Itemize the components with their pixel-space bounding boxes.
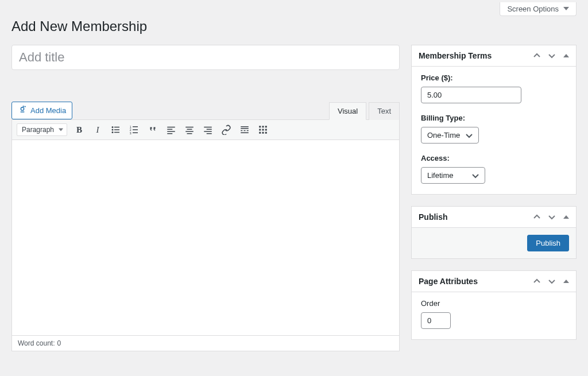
svg-point-2 (112, 129, 114, 131)
svg-rect-28 (247, 130, 249, 131)
toggle-panel-icon[interactable] (563, 215, 569, 219)
link-button[interactable] (220, 123, 233, 136)
svg-rect-21 (207, 129, 212, 130)
price-input[interactable] (421, 87, 521, 103)
blockquote-button[interactable] (146, 123, 159, 136)
word-count-label: Word count: (18, 339, 55, 347)
svg-rect-23 (207, 133, 212, 134)
move-up-icon[interactable] (533, 214, 540, 220)
access-label: Access: (421, 154, 567, 162)
svg-rect-1 (114, 127, 119, 128)
svg-rect-14 (167, 131, 175, 132)
order-label: Order (421, 299, 567, 308)
chevron-down-icon (472, 172, 479, 179)
svg-text:3: 3 (130, 131, 131, 135)
svg-rect-20 (204, 127, 212, 128)
page-attributes-title: Page Attributes (419, 277, 478, 286)
add-media-button[interactable]: Add Media (11, 102, 72, 119)
publish-box-title: Publish (419, 212, 448, 222)
svg-rect-9 (133, 129, 138, 130)
svg-rect-35 (265, 129, 267, 131)
format-select-label: Paragraph (22, 126, 54, 134)
publish-button[interactable]: Publish (527, 235, 569, 251)
toggle-panel-icon[interactable] (563, 280, 569, 283)
svg-rect-3 (114, 129, 119, 130)
billing-type-select[interactable]: One-Time (421, 127, 479, 144)
svg-rect-16 (185, 127, 194, 128)
svg-rect-27 (244, 130, 246, 131)
move-up-icon[interactable] (533, 278, 540, 285)
align-center-button[interactable] (183, 123, 196, 136)
screen-options-button[interactable]: Screen Options (500, 2, 577, 16)
access-select[interactable]: Lifetime (421, 167, 485, 184)
svg-rect-30 (259, 126, 261, 127)
bullet-list-button[interactable] (110, 123, 122, 136)
svg-rect-12 (167, 127, 175, 128)
svg-rect-25 (241, 128, 249, 129)
order-input[interactable] (421, 312, 451, 329)
svg-rect-24 (241, 126, 249, 127)
page-attributes-box: Page Attributes Order (411, 270, 577, 340)
svg-rect-15 (167, 133, 172, 134)
svg-point-0 (112, 126, 114, 128)
page-title: Add New Membership (11, 18, 577, 34)
svg-rect-36 (259, 132, 261, 134)
svg-rect-31 (262, 126, 264, 127)
publish-box: Publish Publish (411, 206, 577, 259)
title-input[interactable] (11, 45, 400, 70)
media-icon (18, 105, 27, 116)
publish-button-label: Publish (536, 239, 560, 247)
svg-rect-26 (241, 130, 242, 131)
align-left-button[interactable] (165, 123, 177, 136)
toggle-panel-icon[interactable] (563, 54, 569, 57)
screen-options-label: Screen Options (507, 5, 559, 13)
svg-rect-19 (187, 133, 192, 134)
svg-rect-33 (259, 129, 261, 131)
membership-terms-box: Membership Terms Price ($): Billing Type… (411, 45, 577, 195)
svg-rect-7 (133, 126, 138, 127)
bold-button[interactable]: B (73, 123, 86, 136)
format-select[interactable]: Paragraph (17, 123, 67, 136)
move-down-icon[interactable] (548, 278, 555, 285)
chevron-down-icon (563, 5, 569, 13)
svg-rect-29 (241, 133, 249, 134)
tab-text[interactable]: Text (369, 102, 400, 120)
read-more-button[interactable] (238, 123, 251, 136)
svg-rect-17 (187, 129, 192, 130)
svg-rect-11 (133, 133, 138, 134)
membership-terms-title: Membership Terms (419, 51, 492, 60)
word-count-value: 0 (57, 339, 61, 347)
svg-rect-22 (204, 131, 212, 132)
content-editor[interactable] (12, 140, 399, 335)
chevron-down-icon (466, 132, 473, 139)
align-right-button[interactable] (202, 123, 214, 136)
price-label: Price ($): (421, 73, 567, 82)
svg-rect-34 (262, 129, 264, 131)
editor-status-bar: Word count: 0 (12, 335, 399, 351)
tab-visual[interactable]: Visual (329, 102, 366, 120)
move-down-icon[interactable] (548, 52, 555, 59)
svg-rect-18 (185, 131, 194, 132)
svg-rect-13 (167, 129, 172, 130)
tab-visual-label: Visual (338, 107, 358, 115)
editor-toolbar: Paragraph B I 123 (12, 120, 399, 140)
svg-rect-32 (265, 126, 267, 127)
billing-type-label: Billing Type: (421, 114, 567, 122)
svg-rect-37 (262, 132, 264, 134)
numbered-list-button[interactable]: 123 (128, 123, 141, 136)
editor-box: Paragraph B I 123 (11, 119, 400, 351)
billing-type-value: One-Time (427, 131, 460, 139)
move-down-icon[interactable] (548, 214, 555, 220)
tab-text-label: Text (377, 107, 391, 115)
svg-rect-5 (114, 132, 119, 133)
chevron-down-icon (59, 127, 63, 132)
svg-point-4 (112, 131, 114, 133)
add-media-label: Add Media (30, 106, 66, 115)
toolbar-toggle-button[interactable] (257, 123, 269, 136)
svg-rect-38 (265, 132, 267, 134)
move-up-icon[interactable] (533, 52, 540, 59)
italic-button[interactable]: I (91, 123, 104, 136)
access-value: Lifetime (427, 171, 454, 180)
